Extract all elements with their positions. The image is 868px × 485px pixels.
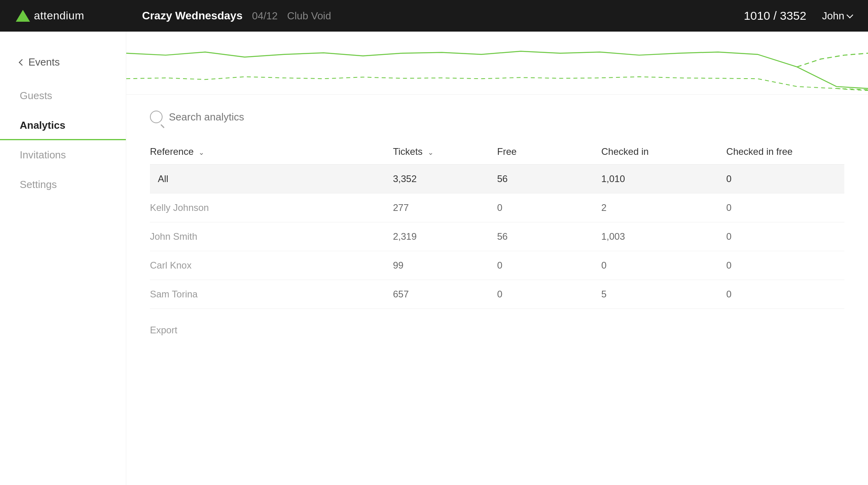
cell-checkedin: 1,003 [601,222,726,251]
user-name: John [822,10,844,22]
cell-checkedinfree: 0 [726,280,844,309]
col-header-free: Free [497,139,601,165]
cell-checkedinfree: 0 [726,194,844,222]
col-header-checkedinfree: Checked in free [726,139,844,165]
cell-reference: Sam Torina [150,280,393,309]
table-row[interactable]: Sam Torina657050 [150,280,844,309]
cell-tickets: 2,319 [393,222,497,251]
search-row [150,111,844,123]
cell-tickets: 99 [393,251,497,280]
table-row[interactable]: Carl Knox99000 [150,251,844,280]
sidebar-item-guests[interactable]: Guests [0,81,126,111]
sidebar-settings-label: Settings [20,179,57,190]
col-header-reference: Reference ⌄ [150,139,393,165]
cell-checkedin: 2 [601,194,726,222]
sidebar-back-label: Events [28,56,60,68]
cell-free: 0 [497,280,601,309]
event-name: Crazy Wednesdays [142,9,243,22]
user-menu-chevron [847,12,853,19]
analytics-content: Reference ⌄ Tickets ⌄ Free Checked in [126,95,868,352]
cell-free: 0 [497,194,601,222]
event-venue: Club Void [287,10,331,22]
analytics-chart [126,32,868,94]
cell-reference: Carl Knox [150,251,393,280]
header: attendium Crazy Wednesdays 04/12 Club Vo… [0,0,868,32]
logo-icon [16,10,30,22]
header-event-info: Crazy Wednesdays 04/12 Club Void [142,9,744,22]
sort-icon-reference[interactable]: ⌄ [198,148,204,157]
cell-free: 56 [497,165,601,194]
sort-icon-tickets[interactable]: ⌄ [428,148,434,157]
checkin-count: 1010 / 3352 [744,9,806,23]
cell-reference: John Smith [150,222,393,251]
export-label: Export [150,325,177,335]
sidebar-item-analytics[interactable]: Analytics [0,111,126,140]
main-layout: Events Guests Analytics Invitations Sett… [0,32,868,485]
sidebar-guests-label: Guests [20,90,52,102]
cell-tickets: 657 [393,280,497,309]
table-row[interactable]: John Smith2,319561,0030 [150,222,844,251]
sidebar: Events Guests Analytics Invitations Sett… [0,32,126,485]
col-header-tickets: Tickets ⌄ [393,139,497,165]
search-input[interactable] [169,111,327,123]
event-date: 04/12 [252,10,278,22]
cell-checkedinfree: 0 [726,165,844,194]
table-header-row: Reference ⌄ Tickets ⌄ Free Checked in [150,139,844,165]
sidebar-invitations-label: Invitations [20,149,66,161]
col-header-checkedin: Checked in [601,139,726,165]
main-content: Reference ⌄ Tickets ⌄ Free Checked in [126,32,868,485]
export-button[interactable]: Export [150,325,177,336]
logo-area: attendium [16,9,142,22]
sidebar-back-events[interactable]: Events [0,47,126,77]
cell-checkedin: 1,010 [601,165,726,194]
logo-text: attendium [34,9,84,22]
sidebar-item-settings[interactable]: Settings [0,170,126,199]
cell-tickets: 3,352 [393,165,497,194]
back-chevron-icon [19,59,26,66]
table-row[interactable]: All3,352561,0100 [150,165,844,194]
cell-reference: Kelly Johnson [150,194,393,222]
cell-free: 56 [497,222,601,251]
user-menu[interactable]: John [822,10,852,22]
analytics-table: Reference ⌄ Tickets ⌄ Free Checked in [150,139,844,309]
cell-checkedin: 0 [601,251,726,280]
table-row[interactable]: Kelly Johnson277020 [150,194,844,222]
chart-area [126,32,868,95]
cell-reference: All [150,165,393,194]
sidebar-analytics-label: Analytics [20,119,65,131]
cell-checkedinfree: 0 [726,251,844,280]
sidebar-item-invitations[interactable]: Invitations [0,140,126,170]
header-right: 1010 / 3352 John [744,9,852,23]
cell-checkedinfree: 0 [726,222,844,251]
search-icon [150,111,163,123]
cell-tickets: 277 [393,194,497,222]
cell-free: 0 [497,251,601,280]
cell-checkedin: 5 [601,280,726,309]
